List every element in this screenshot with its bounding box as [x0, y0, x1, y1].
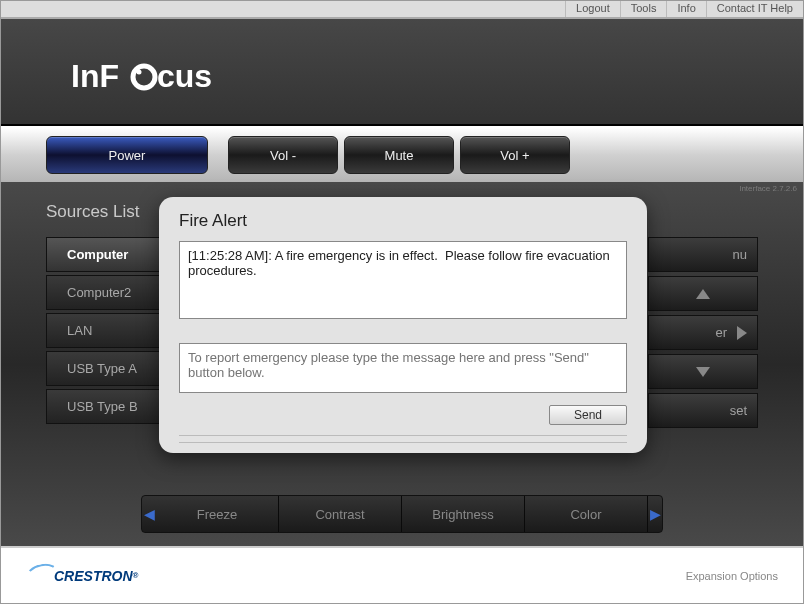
alert-message-box: [179, 241, 627, 319]
send-button[interactable]: Send: [549, 405, 627, 425]
nav-tools[interactable]: Tools: [620, 1, 667, 17]
brand-label: CRESTRON: [54, 568, 133, 584]
bottom-brightness[interactable]: Brightness: [402, 496, 525, 532]
reset-label: set: [730, 403, 747, 418]
reset-button[interactable]: set: [648, 393, 758, 428]
vol-plus-button[interactable]: Vol +: [460, 136, 570, 174]
menu-button[interactable]: nu: [648, 237, 758, 272]
down-icon: [696, 367, 710, 377]
enter-button[interactable]: er: [648, 315, 758, 350]
modal-title: Fire Alert: [179, 211, 627, 231]
footer: CRESTRON ® Expansion Options: [1, 546, 803, 603]
bottom-contrast[interactable]: Contrast: [279, 496, 402, 532]
nav-logout[interactable]: Logout: [565, 1, 620, 17]
report-input[interactable]: [179, 343, 627, 393]
vol-minus-button[interactable]: Vol -: [228, 136, 338, 174]
up-button[interactable]: [648, 276, 758, 311]
crestron-logo: CRESTRON ®: [26, 564, 138, 588]
logo-area: InF cus: [1, 17, 803, 126]
version-label: Interface 2.7.2.6: [739, 184, 797, 193]
fire-alert-modal: Fire Alert Send: [159, 197, 647, 453]
down-button[interactable]: [648, 354, 758, 389]
scroll-right-icon[interactable]: ▶: [648, 496, 662, 532]
svg-point-1: [133, 66, 155, 88]
scroll-left-icon[interactable]: ◀: [142, 496, 156, 532]
svg-text:cus: cus: [157, 58, 212, 94]
top-nav: Logout Tools Info Contact IT Help: [1, 1, 803, 18]
bottom-color[interactable]: Color: [525, 496, 648, 532]
svg-point-2: [137, 70, 142, 75]
power-button[interactable]: Power: [46, 136, 208, 174]
bottom-freeze[interactable]: Freeze: [156, 496, 279, 532]
swoosh-icon: [24, 561, 62, 591]
infocus-logo: InF cus: [71, 57, 251, 101]
enter-label: er: [715, 325, 727, 340]
mute-button[interactable]: Mute: [344, 136, 454, 174]
modal-divider: [179, 442, 627, 443]
menu-label: nu: [733, 247, 747, 262]
nav-info[interactable]: Info: [666, 1, 705, 17]
nav-contact[interactable]: Contact IT Help: [706, 1, 803, 17]
bottom-strip: ◀ Freeze Contrast Brightness Color ▶: [141, 495, 663, 533]
play-icon: [737, 326, 747, 340]
up-icon: [696, 289, 710, 299]
svg-text:InF: InF: [71, 58, 119, 94]
button-bar: Power Vol - Mute Vol +: [1, 126, 803, 184]
right-controls: nu er set: [648, 237, 758, 432]
expansion-options-link[interactable]: Expansion Options: [686, 570, 778, 582]
